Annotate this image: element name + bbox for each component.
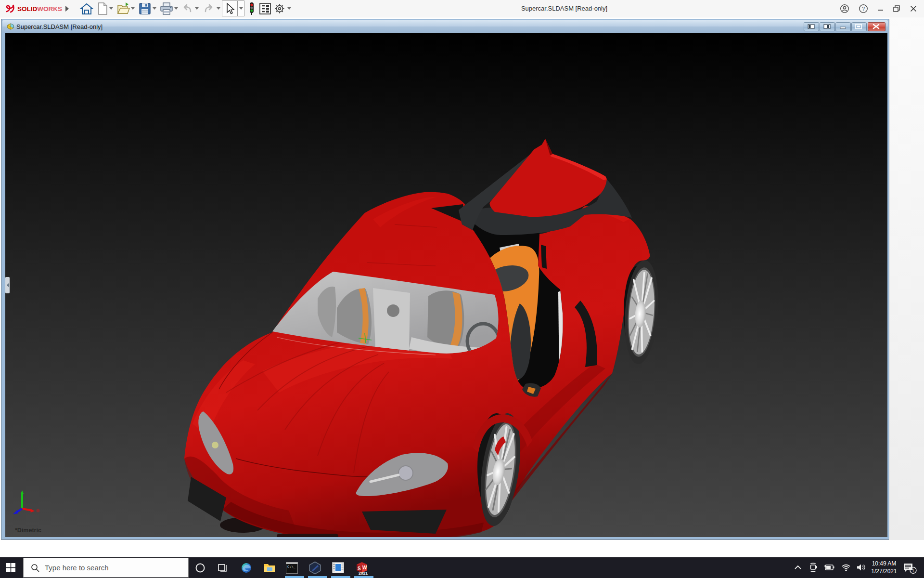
svg-text:W: W — [362, 565, 367, 570]
svg-text:?: ? — [862, 6, 865, 12]
svg-text:C:\_: C:\_ — [287, 565, 296, 569]
svg-text:SOLIDWORKS: SOLIDWORKS — [17, 5, 62, 13]
svg-text:1: 1 — [912, 568, 914, 573]
svg-text:2021: 2021 — [359, 571, 368, 575]
svg-text:*Dimetric: *Dimetric — [15, 527, 41, 534]
